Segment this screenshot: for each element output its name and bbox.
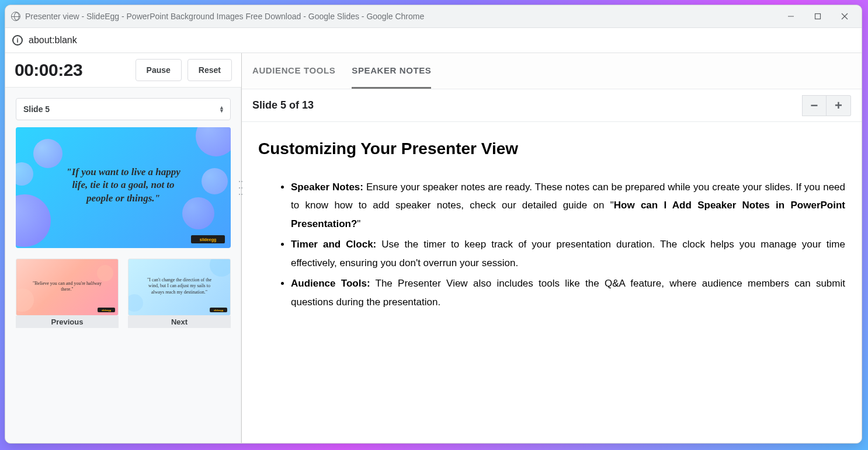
note-lead: Timer and Clock:	[291, 239, 376, 250]
brand-badge: slideegg	[191, 235, 225, 243]
url-text[interactable]: about:blank	[29, 35, 77, 46]
notes-tabs: AUDIENCE TOOLS SPEAKER NOTES	[242, 53, 862, 89]
address-bar: i about:blank	[5, 27, 862, 53]
globe-icon	[11, 12, 20, 21]
timer-display: 00:00:23	[15, 60, 130, 80]
notes-heading: Customizing Your Presenter View	[258, 139, 845, 158]
previous-slide-nav[interactable]: "Believe you can and you're halfway ther…	[16, 259, 119, 328]
note-item: Timer and Clock: Use the timer to keep t…	[291, 235, 845, 272]
note-lead: Speaker Notes:	[291, 182, 363, 193]
current-slide-quote: "If you want to live a happy life, tie i…	[61, 166, 185, 206]
note-tail: "	[357, 218, 360, 229]
next-slide-thumbnail: "I can't change the direction of the win…	[128, 259, 231, 316]
presenter-controls-pane: 00:00:23 Pause Reset Slide 5 ▲▼	[5, 53, 242, 443]
zoom-in-button[interactable]: +	[827, 95, 851, 116]
close-window-button[interactable]	[831, 8, 858, 25]
brand-badge: slideegg	[98, 308, 115, 312]
notes-list: Speaker Notes: Ensure your speaker notes…	[258, 178, 845, 311]
notes-pane: AUDIENCE TOOLS SPEAKER NOTES Slide 5 of …	[242, 53, 862, 443]
svg-rect-1	[815, 14, 821, 19]
title-bar: Presenter view - SlideEgg - PowerPoint B…	[5, 5, 862, 27]
previous-slide-thumbnail: "Believe you can and you're halfway ther…	[16, 259, 119, 316]
maximize-button[interactable]	[804, 8, 831, 25]
resize-handle-icon[interactable]	[239, 181, 242, 195]
chevron-updown-icon: ▲▼	[219, 106, 224, 113]
note-item: Audience Tools: The Presenter View also …	[291, 274, 845, 311]
reset-button[interactable]: Reset	[188, 59, 232, 81]
tab-speaker-notes[interactable]: SPEAKER NOTES	[352, 53, 431, 89]
next-slide-quote: "I can't change the direction of the win…	[144, 277, 215, 295]
zoom-out-button[interactable]: −	[802, 95, 827, 116]
pause-button[interactable]: Pause	[136, 59, 182, 81]
note-item: Speaker Notes: Ensure your speaker notes…	[291, 178, 845, 233]
browser-window: Presenter view - SlideEgg - PowerPoint B…	[5, 5, 862, 444]
minimize-button[interactable]	[777, 8, 804, 25]
next-slide-nav[interactable]: "I can't change the direction of the win…	[128, 259, 231, 328]
tab-audience-tools[interactable]: AUDIENCE TOOLS	[252, 53, 335, 89]
window-title: Presenter view - SlideEgg - PowerPoint B…	[25, 12, 777, 21]
previous-slide-quote: "Believe you can and you're halfway ther…	[32, 281, 103, 293]
slide-counter: Slide 5 of 13	[252, 99, 798, 111]
window-controls	[777, 8, 858, 25]
next-label: Next	[128, 316, 231, 328]
site-info-icon[interactable]: i	[12, 35, 23, 46]
notes-header: Slide 5 of 13 − +	[242, 89, 862, 122]
slide-selector-label: Slide 5	[23, 104, 50, 114]
previous-label: Previous	[16, 316, 119, 328]
note-lead: Audience Tools:	[291, 278, 370, 289]
slide-selector[interactable]: Slide 5 ▲▼	[16, 98, 231, 120]
speaker-notes-content: Customizing Your Presenter View Speaker …	[242, 122, 862, 331]
brand-badge: slideegg	[210, 308, 227, 312]
current-slide-preview[interactable]: "If you want to live a happy life, tie i…	[16, 127, 231, 248]
timer-row: 00:00:23 Pause Reset	[5, 53, 241, 88]
note-text: The Presenter View also includes tools l…	[291, 278, 845, 307]
